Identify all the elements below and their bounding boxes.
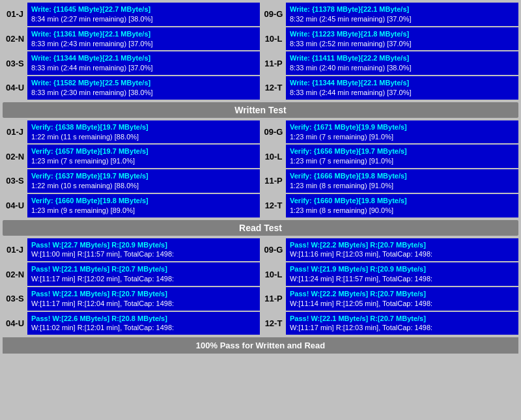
row-id: 10-L — [261, 262, 286, 286]
row-id: 04-U — [3, 76, 27, 100]
main-container: 01-JWrite: {11645 MByte}[22.7 MByte/s]8:… — [0, 0, 521, 356]
row-id: 12-T — [261, 76, 286, 100]
list-item: 12-TVerify: {1660 MByte}[19.8 MByte/s]1:… — [261, 194, 518, 217]
row-data: Write: {11361 MByte}[22.1 MByte/s]8:33 m… — [27, 27, 260, 51]
list-item: 12-TPass! W:[22.1 MByte/s] R:[20.7 MByte… — [261, 312, 518, 335]
row-data: Verify: {1637 MByte}[19.7 MByte/s]1:22 m… — [27, 169, 260, 193]
row-data: Pass! W:[21.9 MByte/s] R:[20.9 MByte/s]W… — [286, 262, 518, 286]
row-line2: W:[11:24 min] R:[11:57 min], TotalCap: 1… — [290, 274, 514, 284]
list-item: 12-TWrite: {11344 MByte}[22.1 MByte/s]8:… — [261, 76, 518, 100]
row-id: 09-G — [261, 3, 286, 26]
list-item: 10-LVerify: {1656 MByte}[19.7 MByte/s]1:… — [261, 145, 518, 168]
row-id: 12-T — [261, 194, 286, 217]
list-item: 10-LPass! W:[21.9 MByte/s] R:[20.9 MByte… — [261, 262, 518, 286]
list-item: 11-PPass! W:[22.2 MByte/s] R:[20.7 MByte… — [261, 287, 518, 311]
row-line2: 8:33 min (2:30 min remaining) [38.0%] — [31, 88, 256, 98]
row-data: Pass! W:[22.6 MByte/s] R:[20.8 MByte/s]W… — [27, 312, 260, 335]
list-item: 01-JWrite: {11645 MByte}[22.7 MByte/s]8:… — [3, 3, 260, 26]
row-line1: Verify: {1656 MByte}[19.7 MByte/s] — [290, 147, 514, 156]
verify-col-left: 01-JVerify: {1638 MByte}[19.7 MByte/s]1:… — [3, 120, 260, 217]
row-line2: 8:33 min (2:43 min remaining) [37.0%] — [31, 39, 256, 49]
row-id: 03-S — [3, 169, 27, 193]
row-line1: Verify: {1660 MByte}[19.8 MByte/s] — [290, 196, 514, 206]
list-item: 10-LWrite: {11223 MByte}[21.8 MByte/s]8:… — [261, 27, 518, 51]
row-data: Write: {11645 MByte}[22.7 MByte/s]8:34 m… — [27, 3, 260, 26]
row-line2: W:[11:17 min] R:[12:02 min], TotalCap: 1… — [31, 274, 256, 284]
row-line1: Pass! W:[22.6 MByte/s] R:[20.8 MByte/s] — [31, 314, 256, 324]
verify-col-right: 09-GVerify: {1671 MByte}[19.9 MByte/s]1:… — [261, 120, 518, 217]
row-id: 11-P — [261, 287, 286, 311]
row-line1: Verify: {1638 MByte}[19.7 MByte/s] — [31, 122, 256, 132]
row-line2: W:[11:14 min] R:[12:05 min], TotalCap: 1… — [290, 299, 514, 309]
row-line2: 8:33 min (2:44 min remaining) [37.0%] — [290, 88, 514, 98]
list-item: 02-NVerify: {1657 MByte}[19.7 MByte/s]1:… — [3, 145, 260, 168]
read-test-header: Read Test — [3, 220, 518, 236]
row-data: Verify: {1660 MByte}[19.8 MByte/s]1:23 m… — [286, 194, 518, 217]
row-line1: Write: {11344 MByte}[22.1 MByte/s] — [290, 78, 514, 88]
row-line2: 8:33 min (2:44 min remaining) [37.0%] — [31, 63, 256, 73]
list-item: 04-UWrite: {11582 MByte}[22.5 MByte/s]8:… — [3, 76, 260, 100]
row-data: Verify: {1656 MByte}[19.7 MByte/s]1:23 m… — [286, 145, 518, 168]
row-id: 01-J — [3, 238, 27, 262]
row-data: Verify: {1671 MByte}[19.9 MByte/s]1:23 m… — [286, 120, 518, 144]
list-item: 02-NWrite: {11361 MByte}[22.1 MByte/s]8:… — [3, 27, 260, 51]
verify-section: 01-JVerify: {1638 MByte}[19.7 MByte/s]1:… — [3, 120, 518, 217]
row-line1: Write: {11378 MByte}[22.1 MByte/s] — [290, 5, 514, 14]
row-id: 09-G — [261, 120, 286, 144]
row-id: 01-J — [3, 120, 27, 144]
row-line2: W:[11:00 min] R:[11:57 min], TotalCap: 1… — [31, 249, 256, 259]
row-line2: W:[11:17 min] R:[12:04 min], TotalCap: 1… — [31, 299, 256, 309]
row-id: 02-N — [3, 27, 27, 51]
row-line2: 1:23 min (7 s remaining) [91.0%] — [290, 156, 514, 166]
list-item: 04-UPass! W:[22.6 MByte/s] R:[20.8 MByte… — [3, 312, 260, 335]
row-line1: Verify: {1637 MByte}[19.7 MByte/s] — [31, 171, 256, 181]
row-data: Write: {11344 MByte}[22.1 MByte/s]8:33 m… — [286, 76, 518, 100]
row-id: 01-J — [3, 3, 27, 26]
row-id: 02-N — [3, 262, 27, 286]
row-line1: Write: {11361 MByte}[22.1 MByte/s] — [31, 29, 256, 39]
row-data: Write: {11378 MByte}[22.1 MByte/s]8:32 m… — [286, 3, 518, 26]
row-id: 11-P — [261, 51, 286, 75]
row-line1: Pass! W:[22.1 MByte/s] R:[20.7 MByte/s] — [31, 289, 256, 299]
row-id: 04-U — [3, 312, 27, 335]
list-item: 01-JVerify: {1638 MByte}[19.7 MByte/s]1:… — [3, 120, 260, 144]
row-data: Write: {11223 MByte}[21.8 MByte/s]8:33 m… — [286, 27, 518, 51]
row-line1: Pass! W:[22.2 MByte/s] R:[20.7 MByte/s] — [290, 240, 514, 250]
row-line2: 8:33 min (2:40 min remaining) [38.0%] — [290, 63, 514, 73]
list-item: 09-GWrite: {11378 MByte}[22.1 MByte/s]8:… — [261, 3, 518, 26]
row-line1: Verify: {1657 MByte}[19.7 MByte/s] — [31, 147, 256, 156]
row-data: Pass! W:[22.1 MByte/s] R:[20.7 MByte/s]W… — [27, 262, 260, 286]
row-line1: Pass! W:[22.2 MByte/s] R:[20.7 MByte/s] — [290, 289, 514, 299]
row-line2: 1:22 min (11 s remaining) [88.0%] — [31, 132, 256, 142]
list-item: 09-GVerify: {1671 MByte}[19.9 MByte/s]1:… — [261, 120, 518, 144]
row-line1: Write: {11645 MByte}[22.7 MByte/s] — [31, 5, 256, 14]
write-col-left: 01-JWrite: {11645 MByte}[22.7 MByte/s]8:… — [3, 3, 260, 100]
list-item: 03-SWrite: {11344 MByte}[22.1 MByte/s]8:… — [3, 51, 260, 75]
row-id: 04-U — [3, 194, 27, 217]
row-data: Verify: {1657 MByte}[19.7 MByte/s]1:23 m… — [27, 145, 260, 168]
row-line1: Verify: {1666 MByte}[19.8 MByte/s] — [290, 171, 514, 181]
row-line2: 1:23 min (7 s remaining) [91.0%] — [290, 132, 514, 142]
row-data: Pass! W:[22.2 MByte/s] R:[20.7 MByte/s]W… — [286, 287, 518, 311]
row-id: 02-N — [3, 145, 27, 168]
row-data: Write: {11344 MByte}[22.1 MByte/s]8:33 m… — [27, 51, 260, 75]
list-item: 09-GPass! W:[22.2 MByte/s] R:[20.7 MByte… — [261, 238, 518, 262]
row-line2: 8:33 min (2:52 min remaining) [37.0%] — [290, 39, 514, 49]
list-item: 02-NPass! W:[22.1 MByte/s] R:[20.7 MByte… — [3, 262, 260, 286]
list-item: 11-PWrite: {11411 MByte}[22.2 MByte/s]8:… — [261, 51, 518, 75]
row-id: 11-P — [261, 169, 286, 193]
row-id: 12-T — [261, 312, 286, 335]
row-line1: Verify: {1671 MByte}[19.9 MByte/s] — [290, 122, 514, 132]
row-line2: 8:34 min (2:27 min remaining) [38.0%] — [31, 14, 256, 24]
row-line1: Pass! W:[22.1 MByte/s] R:[20.7 MByte/s] — [31, 264, 256, 274]
list-item: 04-UVerify: {1660 MByte}[19.8 MByte/s]1:… — [3, 194, 260, 217]
row-line2: 1:23 min (8 s remaining) [91.0%] — [290, 181, 514, 191]
row-data: Pass! W:[22.1 MByte/s] R:[20.7 MByte/s]W… — [286, 312, 518, 335]
row-line1: Pass! W:[22.7 MByte/s] R:[20.9 MByte/s] — [31, 240, 256, 250]
row-line1: Write: {11582 MByte}[22.5 MByte/s] — [31, 78, 256, 88]
list-item: 03-SVerify: {1637 MByte}[19.7 MByte/s]1:… — [3, 169, 260, 193]
row-data: Write: {11411 MByte}[22.2 MByte/s]8:33 m… — [286, 51, 518, 75]
row-data: Pass! W:[22.1 MByte/s] R:[20.7 MByte/s]W… — [27, 287, 260, 311]
list-item: 01-JPass! W:[22.7 MByte/s] R:[20.9 MByte… — [3, 238, 260, 262]
row-id: 10-L — [261, 145, 286, 168]
